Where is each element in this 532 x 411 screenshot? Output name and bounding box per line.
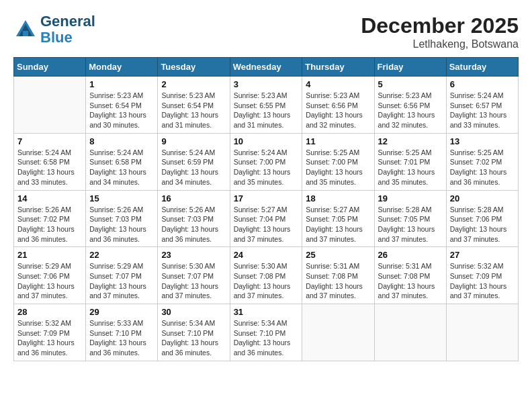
day-number: 25 (306, 250, 370, 260)
day-number: 5 (378, 79, 443, 89)
day-number: 22 (89, 250, 154, 260)
column-header-sunday: Sunday (14, 58, 86, 77)
calendar-cell: 20Sunrise: 5:28 AM Sunset: 7:06 PM Dayli… (446, 190, 518, 247)
location-title: Letlhakeng, Botswana (361, 38, 519, 50)
column-header-monday: Monday (86, 58, 158, 77)
day-number: 26 (378, 250, 443, 260)
calendar-cell: 5Sunrise: 5:23 AM Sunset: 6:56 PM Daylig… (374, 77, 446, 134)
day-info: Sunrise: 5:23 AM Sunset: 6:54 PM Dayligh… (89, 91, 154, 130)
day-number: 31 (234, 307, 299, 317)
calendar-cell (446, 304, 518, 361)
day-number: 15 (89, 193, 154, 203)
day-info: Sunrise: 5:27 AM Sunset: 7:04 PM Dayligh… (234, 205, 299, 244)
day-number: 1 (89, 79, 154, 89)
logo-icon (13, 17, 38, 42)
calendar-cell: 4Sunrise: 5:23 AM Sunset: 6:56 PM Daylig… (302, 77, 374, 134)
day-info: Sunrise: 5:23 AM Sunset: 6:56 PM Dayligh… (306, 91, 370, 130)
day-number: 11 (306, 136, 370, 146)
day-info: Sunrise: 5:31 AM Sunset: 7:08 PM Dayligh… (378, 261, 443, 301)
calendar-cell: 18Sunrise: 5:27 AM Sunset: 7:05 PM Dayli… (302, 190, 374, 247)
column-header-saturday: Saturday (446, 58, 518, 77)
day-number: 6 (450, 79, 515, 89)
day-info: Sunrise: 5:26 AM Sunset: 7:03 PM Dayligh… (161, 205, 226, 244)
day-info: Sunrise: 5:25 AM Sunset: 7:00 PM Dayligh… (306, 148, 370, 187)
day-number: 17 (234, 193, 299, 203)
logo-line1: General (40, 13, 95, 30)
title-area: December 2025 Letlhakeng, Botswana (361, 13, 519, 50)
week-row-2: 7Sunrise: 5:24 AM Sunset: 6:58 PM Daylig… (14, 133, 519, 190)
calendar-cell: 25Sunrise: 5:31 AM Sunset: 7:08 PM Dayli… (302, 247, 374, 304)
week-row-4: 21Sunrise: 5:29 AM Sunset: 7:06 PM Dayli… (14, 247, 519, 304)
day-number: 27 (450, 250, 515, 260)
calendar-cell: 10Sunrise: 5:24 AM Sunset: 7:00 PM Dayli… (230, 133, 302, 190)
calendar-cell: 29Sunrise: 5:33 AM Sunset: 7:10 PM Dayli… (86, 304, 158, 361)
calendar-cell: 21Sunrise: 5:29 AM Sunset: 7:06 PM Dayli… (14, 247, 86, 304)
day-info: Sunrise: 5:24 AM Sunset: 6:58 PM Dayligh… (17, 148, 82, 187)
day-info: Sunrise: 5:28 AM Sunset: 7:05 PM Dayligh… (378, 205, 443, 244)
calendar-cell: 8Sunrise: 5:24 AM Sunset: 6:58 PM Daylig… (86, 133, 158, 190)
calendar-cell (14, 77, 86, 134)
day-info: Sunrise: 5:25 AM Sunset: 7:02 PM Dayligh… (450, 148, 515, 187)
calendar-cell: 15Sunrise: 5:26 AM Sunset: 7:03 PM Dayli… (86, 190, 158, 247)
calendar-cell: 7Sunrise: 5:24 AM Sunset: 6:58 PM Daylig… (14, 133, 86, 190)
calendar-cell: 9Sunrise: 5:24 AM Sunset: 6:59 PM Daylig… (158, 133, 230, 190)
column-header-thursday: Thursday (302, 58, 374, 77)
day-number: 9 (161, 136, 226, 146)
day-info: Sunrise: 5:26 AM Sunset: 7:03 PM Dayligh… (89, 205, 154, 244)
calendar-cell: 24Sunrise: 5:30 AM Sunset: 7:08 PM Dayli… (230, 247, 302, 304)
day-number: 21 (17, 250, 82, 260)
day-number: 14 (17, 193, 82, 203)
day-info: Sunrise: 5:34 AM Sunset: 7:10 PM Dayligh… (234, 318, 299, 358)
day-info: Sunrise: 5:24 AM Sunset: 6:58 PM Dayligh… (89, 148, 154, 187)
calendar-cell (302, 304, 374, 361)
column-header-wednesday: Wednesday (230, 58, 302, 77)
calendar-cell: 19Sunrise: 5:28 AM Sunset: 7:05 PM Dayli… (374, 190, 446, 247)
day-number: 2 (161, 79, 226, 89)
day-number: 18 (306, 193, 370, 203)
week-row-5: 28Sunrise: 5:32 AM Sunset: 7:09 PM Dayli… (14, 304, 519, 361)
day-number: 3 (234, 79, 299, 89)
day-number: 19 (378, 193, 443, 203)
calendar-cell: 23Sunrise: 5:30 AM Sunset: 7:07 PM Dayli… (158, 247, 230, 304)
calendar-cell: 6Sunrise: 5:24 AM Sunset: 6:57 PM Daylig… (446, 77, 518, 134)
day-number: 4 (306, 79, 370, 89)
calendar-cell: 1Sunrise: 5:23 AM Sunset: 6:54 PM Daylig… (86, 77, 158, 134)
header: General Blue December 2025 Letlhakeng, B… (13, 13, 519, 50)
day-number: 29 (89, 307, 154, 317)
day-number: 7 (17, 136, 82, 146)
column-header-friday: Friday (374, 58, 446, 77)
calendar-cell: 14Sunrise: 5:26 AM Sunset: 7:02 PM Dayli… (14, 190, 86, 247)
calendar-cell: 28Sunrise: 5:32 AM Sunset: 7:09 PM Dayli… (14, 304, 86, 361)
day-info: Sunrise: 5:26 AM Sunset: 7:02 PM Dayligh… (17, 205, 82, 244)
day-info: Sunrise: 5:23 AM Sunset: 6:56 PM Dayligh… (378, 91, 443, 130)
calendar-header-row: SundayMondayTuesdayWednesdayThursdayFrid… (14, 58, 519, 77)
calendar-cell: 17Sunrise: 5:27 AM Sunset: 7:04 PM Dayli… (230, 190, 302, 247)
logo-line2: Blue (40, 29, 73, 46)
day-number: 12 (378, 136, 443, 146)
calendar-cell: 27Sunrise: 5:32 AM Sunset: 7:09 PM Dayli… (446, 247, 518, 304)
logo: General Blue (13, 13, 95, 46)
day-info: Sunrise: 5:32 AM Sunset: 7:09 PM Dayligh… (450, 261, 515, 301)
calendar-cell: 31Sunrise: 5:34 AM Sunset: 7:10 PM Dayli… (230, 304, 302, 361)
calendar-cell: 16Sunrise: 5:26 AM Sunset: 7:03 PM Dayli… (158, 190, 230, 247)
day-info: Sunrise: 5:23 AM Sunset: 6:55 PM Dayligh… (234, 91, 299, 130)
day-number: 20 (450, 193, 515, 203)
day-number: 30 (161, 307, 226, 317)
day-info: Sunrise: 5:28 AM Sunset: 7:06 PM Dayligh… (450, 205, 515, 244)
day-info: Sunrise: 5:29 AM Sunset: 7:06 PM Dayligh… (17, 261, 82, 301)
day-info: Sunrise: 5:27 AM Sunset: 7:05 PM Dayligh… (306, 205, 370, 244)
calendar-cell: 3Sunrise: 5:23 AM Sunset: 6:55 PM Daylig… (230, 77, 302, 134)
day-info: Sunrise: 5:24 AM Sunset: 6:59 PM Dayligh… (161, 148, 226, 187)
day-info: Sunrise: 5:31 AM Sunset: 7:08 PM Dayligh… (306, 261, 370, 301)
day-number: 23 (161, 250, 226, 260)
day-info: Sunrise: 5:30 AM Sunset: 7:08 PM Dayligh… (234, 261, 299, 301)
day-number: 13 (450, 136, 515, 146)
day-info: Sunrise: 5:23 AM Sunset: 6:54 PM Dayligh… (161, 91, 226, 130)
calendar-cell: 11Sunrise: 5:25 AM Sunset: 7:00 PM Dayli… (302, 133, 374, 190)
day-info: Sunrise: 5:24 AM Sunset: 6:57 PM Dayligh… (450, 91, 515, 130)
week-row-1: 1Sunrise: 5:23 AM Sunset: 6:54 PM Daylig… (14, 77, 519, 134)
calendar-cell (374, 304, 446, 361)
calendar-cell: 2Sunrise: 5:23 AM Sunset: 6:54 PM Daylig… (158, 77, 230, 134)
svg-rect-2 (23, 31, 28, 36)
calendar-cell: 22Sunrise: 5:29 AM Sunset: 7:07 PM Dayli… (86, 247, 158, 304)
